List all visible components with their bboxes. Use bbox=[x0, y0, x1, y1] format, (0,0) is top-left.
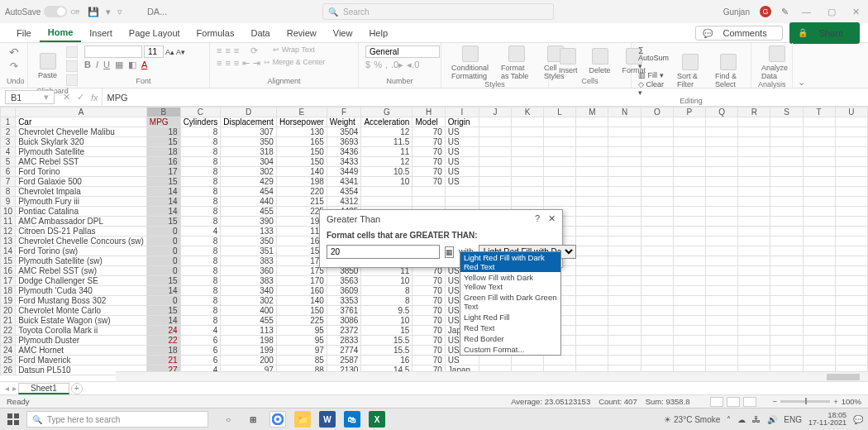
cell[interactable] bbox=[835, 266, 867, 276]
cell[interactable]: Ford Torino bbox=[16, 167, 147, 177]
align-top-icon[interactable]: ≡ bbox=[217, 45, 222, 56]
minimize-button[interactable]: — bbox=[799, 7, 814, 17]
cell[interactable] bbox=[835, 217, 867, 227]
currency-icon[interactable]: $ bbox=[365, 60, 370, 70]
row-header[interactable]: 17 bbox=[1, 276, 16, 286]
cell[interactable] bbox=[835, 197, 867, 207]
cell[interactable]: 2833 bbox=[327, 336, 361, 346]
taskbar-search[interactable]: 🔍 Type here to search bbox=[26, 411, 208, 428]
cell[interactable]: 170 bbox=[276, 276, 327, 286]
cell[interactable] bbox=[770, 286, 803, 296]
cell[interactable]: Cylinders bbox=[180, 117, 221, 127]
cell[interactable] bbox=[608, 306, 641, 316]
cell[interactable] bbox=[770, 177, 803, 187]
cell[interactable]: 140 bbox=[276, 296, 327, 306]
cell[interactable] bbox=[770, 197, 803, 207]
col-header-T[interactable]: T bbox=[803, 108, 835, 117]
cell[interactable]: 22 bbox=[146, 336, 180, 346]
cell[interactable]: 8 bbox=[180, 266, 221, 276]
format-option[interactable]: Custom Format... bbox=[460, 344, 560, 355]
cell[interactable] bbox=[803, 256, 835, 266]
cell[interactable] bbox=[706, 117, 738, 127]
cell[interactable] bbox=[641, 316, 673, 326]
cell[interactable]: 70 bbox=[413, 296, 445, 306]
cell[interactable] bbox=[479, 197, 512, 207]
cell[interactable]: 18 bbox=[146, 127, 180, 137]
row-header[interactable]: 26 bbox=[1, 366, 16, 375]
cell[interactable] bbox=[738, 197, 770, 207]
cell[interactable]: Dodge Challenger SE bbox=[16, 276, 147, 286]
cell[interactable] bbox=[673, 127, 705, 137]
cell[interactable] bbox=[576, 336, 608, 346]
cell[interactable]: 8 bbox=[180, 187, 221, 197]
cell[interactable]: AMC Rebel SST (sw) bbox=[16, 266, 147, 276]
cell[interactable] bbox=[738, 306, 770, 316]
tab-insert[interactable]: Insert bbox=[81, 25, 121, 41]
cell[interactable]: 3433 bbox=[327, 157, 361, 167]
cell[interactable] bbox=[512, 127, 544, 137]
cell[interactable] bbox=[413, 187, 445, 197]
cell[interactable] bbox=[673, 217, 705, 227]
cell[interactable] bbox=[576, 296, 608, 306]
cell[interactable]: 15 bbox=[146, 306, 180, 316]
cell[interactable] bbox=[479, 137, 512, 147]
network-icon[interactable]: 🖧 bbox=[752, 415, 761, 424]
cell[interactable] bbox=[706, 197, 738, 207]
clock[interactable]: 18:05 17-11-2021 bbox=[808, 412, 847, 427]
paste-button[interactable]: Paste bbox=[35, 53, 60, 79]
cell[interactable] bbox=[706, 356, 738, 366]
cell[interactable] bbox=[738, 227, 770, 236]
col-header-M[interactable]: M bbox=[576, 108, 608, 117]
cell[interactable] bbox=[641, 127, 673, 137]
cell[interactable] bbox=[641, 326, 673, 336]
cell[interactable] bbox=[479, 167, 512, 177]
cell[interactable] bbox=[673, 286, 705, 296]
cell[interactable] bbox=[673, 266, 705, 276]
cell[interactable] bbox=[803, 246, 835, 256]
cell[interactable]: Car bbox=[16, 117, 147, 127]
cell[interactable]: Plymouth Satellite (sw) bbox=[16, 256, 147, 266]
cell[interactable]: 18 bbox=[146, 147, 180, 157]
percent-icon[interactable]: % bbox=[374, 60, 382, 70]
cell[interactable] bbox=[673, 227, 705, 236]
format-option[interactable]: Red Text bbox=[460, 322, 560, 333]
cell[interactable] bbox=[738, 266, 770, 276]
cell[interactable]: 11 bbox=[361, 147, 413, 157]
cell[interactable]: 3449 bbox=[327, 167, 361, 177]
cell[interactable]: 70 bbox=[413, 306, 445, 316]
cell[interactable] bbox=[608, 147, 641, 157]
user-name[interactable]: Gunjan bbox=[723, 7, 750, 17]
cell[interactable] bbox=[803, 137, 835, 147]
tab-review[interactable]: Review bbox=[279, 25, 325, 41]
cell[interactable]: 390 bbox=[221, 217, 277, 227]
cell[interactable] bbox=[803, 306, 835, 316]
cell[interactable] bbox=[576, 207, 608, 217]
cell[interactable] bbox=[803, 127, 835, 137]
cell[interactable]: 0 bbox=[146, 227, 180, 236]
cell[interactable]: 15 bbox=[146, 137, 180, 147]
cell[interactable] bbox=[738, 117, 770, 127]
cell[interactable] bbox=[803, 187, 835, 197]
cell[interactable]: 70 bbox=[413, 346, 445, 356]
cell[interactable]: 70 bbox=[413, 167, 445, 177]
cell[interactable] bbox=[835, 296, 867, 306]
cell[interactable] bbox=[738, 187, 770, 197]
cell[interactable]: 220 bbox=[276, 187, 327, 197]
col-header-Q[interactable]: Q bbox=[706, 108, 738, 117]
cell[interactable]: Ford Mustang Boss 302 bbox=[16, 296, 147, 306]
dialog-close-icon[interactable]: ✕ bbox=[548, 213, 556, 224]
cell[interactable]: Displacement bbox=[221, 117, 277, 127]
cell[interactable]: 160 bbox=[276, 286, 327, 296]
cell[interactable]: 8 bbox=[180, 127, 221, 137]
cell[interactable]: US bbox=[445, 157, 479, 167]
cell[interactable] bbox=[803, 336, 835, 346]
cell[interactable]: 150 bbox=[276, 147, 327, 157]
dec-decimal-icon[interactable]: ◂.0 bbox=[407, 60, 419, 70]
cell[interactable] bbox=[706, 236, 738, 246]
border-icon[interactable]: ▦ bbox=[115, 60, 123, 70]
row-header[interactable]: 25 bbox=[1, 356, 16, 366]
cell[interactable] bbox=[770, 296, 803, 306]
indent-inc-icon[interactable]: ⇥ bbox=[253, 58, 260, 69]
font-size[interactable] bbox=[144, 45, 164, 58]
cell[interactable]: 9.5 bbox=[361, 306, 413, 316]
